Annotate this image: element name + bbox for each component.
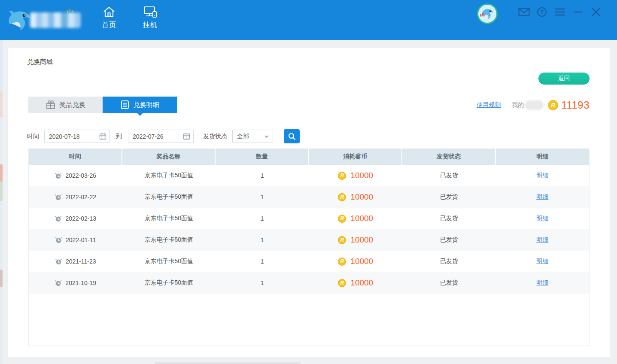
row-quantity: 1: [261, 237, 264, 243]
cell-quantity: 1: [216, 172, 309, 179]
filter-bar: 时间 到 发货状态 全部: [27, 129, 300, 143]
table-row: 2021-10-19 京东电子卡50面值 1 R 10000 已发货 明细: [29, 272, 589, 294]
cell-prize: 京东电子卡50面值: [122, 279, 216, 287]
balance-amount: 11193: [561, 99, 590, 111]
coin-icon: R: [338, 172, 346, 180]
cell-status: 已发货: [402, 172, 496, 179]
tab-prize-exchange[interactable]: 奖品兑换: [28, 97, 103, 113]
time-filter-label: 时间: [27, 133, 39, 140]
nav-home-label: 首页: [102, 21, 116, 30]
row-detail-link[interactable]: 明细: [536, 172, 548, 179]
taskbar-hint: [155, 362, 301, 364]
balance-area: 使用规则 我的 R 11193: [477, 98, 590, 112]
cell-quantity: 1: [216, 279, 309, 286]
col-header-detail: 明细: [496, 149, 590, 165]
row-prize-name: 京东电子卡50面值: [144, 172, 193, 179]
cell-quantity: 1: [216, 258, 309, 265]
cell-prize: 京东电子卡50面值: [122, 236, 216, 244]
row-detail-link[interactable]: 明细: [536, 193, 548, 201]
cell-cost: R 10000: [309, 171, 403, 180]
cell-cost: R 10000: [309, 235, 403, 245]
exchange-history-table: 时间 奖品名称 数量 消耗睿币 发货状态 明细 2022-03-26 京东电子卡…: [28, 149, 590, 346]
coin-icon: R: [548, 100, 558, 110]
cell-time: 2022-02-22: [29, 194, 122, 201]
coin-icon: R: [338, 236, 346, 244]
table-row: 2021-11-23 京东电子卡50面值 1 R 10000 已发货 明细: [29, 251, 589, 272]
row-detail-link[interactable]: 明细: [536, 236, 548, 244]
close-icon[interactable]: [590, 6, 602, 18]
help-icon[interactable]: ?: [536, 6, 548, 18]
row-cost: 10000: [350, 235, 373, 245]
svg-text:?: ?: [540, 9, 544, 15]
table-body: 2022-03-26 京东电子卡50面值 1 R 10000 已发货 明细 20…: [29, 165, 589, 294]
row-status: 已发货: [440, 193, 458, 201]
cell-time: 2022-01-11: [29, 237, 122, 244]
tab-exchange-details[interactable]: 兑换明细: [103, 97, 177, 113]
row-quantity: 1: [261, 279, 264, 286]
mail-icon[interactable]: [518, 6, 530, 18]
list-icon: [121, 100, 129, 109]
row-detail-link[interactable]: 明细: [536, 258, 548, 265]
nav-item-home[interactable]: 首页: [95, 6, 123, 30]
search-button[interactable]: [284, 129, 300, 143]
cell-cost: R 10000: [309, 278, 403, 288]
balance-prefix: 我的: [512, 101, 524, 109]
background-window-edge: [0, 40, 3, 364]
cell-quantity: 1: [216, 194, 309, 200]
cell-detail: 明细: [496, 193, 590, 201]
clock-icon: [55, 258, 62, 265]
row-status: 已发货: [440, 172, 458, 179]
title-bar: 首页 挂机 Hi: [0, 0, 617, 40]
search-icon: [288, 132, 296, 141]
cell-detail: 明细: [496, 172, 590, 179]
row-date: 2022-02-22: [65, 194, 96, 200]
menu-icon[interactable]: [554, 6, 566, 18]
dolphin-logo-icon: [5, 6, 33, 34]
col-header-quantity: 数量: [216, 149, 309, 165]
table-row: 2022-01-11 京东电子卡50面值 1 R 10000 已发货 明细: [29, 229, 589, 251]
content-panel: 兑换商城 返回 奖品兑换 兑换明细 使用规则 我的 R 11193 时间: [7, 47, 610, 358]
cell-status: 已发货: [402, 193, 496, 201]
tab-exchange-details-label: 兑换明细: [134, 101, 159, 109]
row-detail-link[interactable]: 明细: [536, 215, 548, 222]
row-detail-link[interactable]: 明细: [536, 279, 548, 287]
cell-time: 2021-10-19: [29, 279, 122, 287]
app-logo: [5, 5, 81, 35]
table-row: 2022-02-13 京东电子卡50面值 1 R 10000 已发货 明细: [29, 208, 589, 229]
row-date: 2022-03-26: [65, 172, 96, 179]
gift-icon: [46, 100, 55, 109]
section-header: 兑换商城: [27, 58, 590, 66]
cell-detail: 明细: [496, 215, 590, 222]
status-select-value: 全部: [237, 133, 249, 140]
row-quantity: 1: [261, 215, 264, 222]
nav-item-idle[interactable]: 挂机: [137, 6, 164, 30]
cell-quantity: 1: [216, 237, 309, 243]
clock-icon: [55, 172, 62, 179]
cell-detail: 明细: [496, 258, 590, 265]
back-button[interactable]: 返回: [538, 73, 590, 85]
row-date: 2022-01-11: [66, 237, 96, 243]
avatar[interactable]: Hi: [477, 3, 498, 24]
cell-cost: R 10000: [309, 214, 403, 223]
usage-rules-link[interactable]: 使用规则: [477, 101, 501, 109]
username-blurred: [525, 100, 544, 110]
table-row: 2022-03-26 京东电子卡50面值 1 R 10000 已发货 明细: [29, 165, 589, 186]
status-select[interactable]: 全部: [232, 130, 273, 143]
tab-prize-exchange-label: 奖品兑换: [60, 101, 85, 109]
cell-time: 2022-03-26: [29, 172, 122, 179]
date-to-input[interactable]: [128, 130, 194, 143]
page-title: 兑换商城: [27, 58, 53, 66]
top-navigation: 首页 挂机: [95, 6, 164, 30]
to-label: 到: [116, 133, 122, 140]
chevron-down-icon: [264, 136, 269, 138]
row-prize-name: 京东电子卡50面值: [144, 279, 193, 287]
row-prize-name: 京东电子卡50面值: [144, 215, 193, 222]
window-controls: Hi ?: [477, 0, 605, 40]
minimize-icon[interactable]: [572, 6, 584, 18]
col-header-time: 时间: [29, 149, 122, 165]
col-header-cost: 消耗睿币: [309, 149, 403, 165]
coin-icon: R: [338, 258, 346, 266]
row-cost: 10000: [350, 214, 373, 223]
row-prize-name: 京东电子卡50面值: [144, 193, 193, 201]
date-from-input[interactable]: [44, 130, 110, 143]
